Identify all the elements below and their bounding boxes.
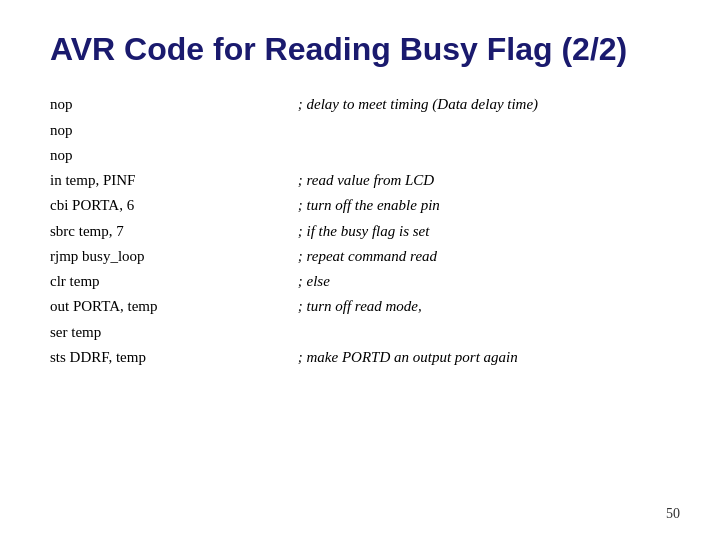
slide-title: AVR Code for Reading Busy Flag (2/2) (50, 30, 670, 68)
code-cell: clr temp (50, 269, 298, 294)
table-row: rjmp busy_loop; repeat command read (50, 244, 670, 269)
table-row: out PORTA, temp; turn off read mode, (50, 294, 670, 319)
comment-cell (298, 143, 670, 168)
code-cell: nop (50, 118, 298, 143)
table-row: cbi PORTA, 6; turn off the enable pin (50, 193, 670, 218)
code-cell: sts DDRF, temp (50, 345, 298, 370)
page-number: 50 (666, 506, 680, 522)
table-row: ser temp (50, 320, 670, 345)
comment-cell: ; repeat command read (298, 244, 670, 269)
comment-cell: ; delay to meet timing (Data delay time) (298, 92, 670, 117)
table-row: sts DDRF, temp; make PORTD an output por… (50, 345, 670, 370)
code-cell: nop (50, 92, 298, 117)
code-cell: sbrc temp, 7 (50, 219, 298, 244)
code-table: nop; delay to meet timing (Data delay ti… (50, 92, 670, 370)
comment-cell: ; read value from LCD (298, 168, 670, 193)
table-row: nop (50, 143, 670, 168)
table-row: nop (50, 118, 670, 143)
table-row: nop; delay to meet timing (Data delay ti… (50, 92, 670, 117)
comment-cell (298, 118, 670, 143)
comment-cell: ; if the busy flag is set (298, 219, 670, 244)
comment-cell (298, 320, 670, 345)
comment-cell: ; turn off read mode, (298, 294, 670, 319)
code-cell: ser temp (50, 320, 298, 345)
code-cell: rjmp busy_loop (50, 244, 298, 269)
comment-cell: ; turn off the enable pin (298, 193, 670, 218)
code-cell: nop (50, 143, 298, 168)
table-row: sbrc temp, 7; if the busy flag is set (50, 219, 670, 244)
comment-cell: ; make PORTD an output port again (298, 345, 670, 370)
code-cell: in temp, PINF (50, 168, 298, 193)
code-cell: out PORTA, temp (50, 294, 298, 319)
table-row: in temp, PINF; read value from LCD (50, 168, 670, 193)
comment-cell: ; else (298, 269, 670, 294)
slide: AVR Code for Reading Busy Flag (2/2) nop… (0, 0, 720, 540)
table-row: clr temp; else (50, 269, 670, 294)
code-cell: cbi PORTA, 6 (50, 193, 298, 218)
